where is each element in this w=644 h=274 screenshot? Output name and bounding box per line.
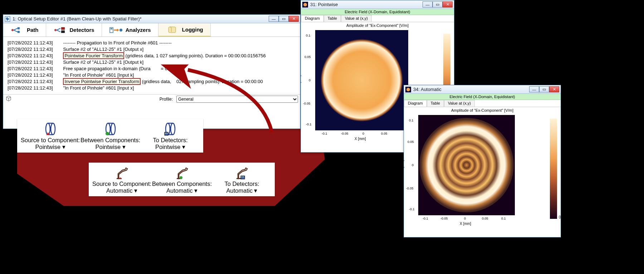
svg-point-42 [406, 88, 410, 91]
x-axis-label: X [mm] [460, 222, 471, 226]
svg-rect-4 [18, 27, 20, 29]
between-components-label: Between Components: [152, 181, 212, 187]
log-line: [07/28/2022 11:12:43] Inverse Pointwise … [8, 78, 296, 85]
svg-point-24 [171, 123, 175, 135]
minimize-button[interactable]: — [269, 16, 279, 22]
viewer34-plot-title: Amplitude of "Ex-Component" [V/m] [404, 107, 561, 114]
field-icon [302, 2, 308, 8]
close-button[interactable]: ✕ [549, 86, 559, 92]
svg-point-40 [321, 39, 403, 121]
svg-point-44 [419, 118, 514, 212]
editor-title: 1: Optical Setup Editor #1 (Beam Clean-U… [13, 16, 269, 21]
source-to-component-icon [21, 121, 80, 137]
viewer31-title: 31: Pointwise [310, 2, 423, 7]
svg-point-19 [111, 123, 115, 135]
svg-rect-12 [111, 28, 112, 29]
svg-point-32 [180, 176, 182, 179]
log-panel: [07/28/2022 11:12:43] -------- Propagati… [3, 37, 300, 94]
log-line: [07/28/2022 11:12:43] "In Front of Pinho… [8, 72, 296, 78]
source-to-component-dropdown[interactable]: Automatic ▾ [92, 187, 151, 194]
svg-line-8 [57, 30, 60, 32]
tab-diagram[interactable]: Diagram [301, 15, 324, 22]
viewer34-title: 34: Automatic [413, 87, 529, 92]
tab-table[interactable]: Table [427, 100, 444, 107]
log-line: [07/28/2022 11:12:43] Pointwise Fourier … [8, 53, 296, 59]
colorbar: 30 15.2 0.383 [543, 115, 557, 235]
tab-table[interactable]: Table [324, 15, 341, 22]
y-axis-label: Y [mm] [404, 160, 404, 171]
minimize-button[interactable]: — [529, 86, 539, 92]
viewer31-subtitle: Electric Field (X-Domain, Equidistant) [301, 9, 454, 15]
view3d-icon[interactable] [5, 96, 12, 102]
between-components-dropdown[interactable]: Pointwise ▾ [80, 144, 140, 150]
svg-point-1 [11, 29, 14, 31]
profile-select[interactable]: General [176, 96, 298, 103]
editor-titlebar[interactable]: 1: Optical Setup Editor #1 (Beam Clean-U… [3, 15, 300, 23]
svg-rect-5 [18, 31, 20, 33]
to-detectors-label: To Detectors: [213, 181, 271, 187]
fourier-mode-panel-pointwise: Source to Component: Pointwise ▾ Between… [17, 119, 203, 153]
tab-detectors[interactable]: Detectors [46, 23, 102, 37]
svg-line-7 [57, 28, 60, 30]
log-line: [07/28/2022 11:12:43] Surface #2 of "ALL… [8, 59, 296, 66]
viewer31-titlebar[interactable]: 31: Pointwise — ▭ ✕ [301, 0, 454, 9]
maximize-button[interactable]: ▭ [279, 16, 289, 22]
editor-icon [5, 16, 10, 22]
to-detectors-dropdown[interactable]: Automatic ▾ [213, 187, 271, 194]
svg-line-3 [14, 30, 18, 32]
x-axis-label: X [mm] [355, 137, 366, 141]
source-to-component-label: Source to Component: [92, 181, 151, 187]
log-line: [07/28/2022 11:12:43] Free space propaga… [8, 66, 296, 72]
svg-rect-36 [243, 177, 244, 177]
tab-diagram[interactable]: Diagram [404, 100, 427, 107]
editor-statusbar: Profile: General [3, 94, 300, 104]
svg-rect-10 [61, 30, 65, 33]
tab-logging[interactable]: Logging [158, 23, 211, 37]
y-axis-label: Y [mm] [301, 75, 301, 86]
viewer34-subtitle: Electric Field (X-Domain, Equidistant) [404, 94, 561, 100]
svg-point-38 [303, 3, 307, 6]
maximize-button[interactable]: ▭ [433, 1, 443, 8]
svg-rect-27 [165, 132, 168, 135]
between-components-label: Between Components: [80, 137, 140, 144]
source-to-component-icon [92, 165, 151, 181]
maximize-button[interactable]: ▭ [539, 86, 549, 92]
svg-rect-28 [165, 133, 166, 134]
optical-setup-editor-window: 1: Optical Setup Editor #1 (Beam Clean-U… [3, 14, 301, 129]
detectors-icon [53, 27, 67, 34]
profile-label: Profile: [160, 97, 173, 102]
minimize-button[interactable]: — [423, 1, 433, 8]
svg-rect-35 [241, 177, 242, 177]
editor-tabs: Path Detectors Analyzers Logging [3, 23, 300, 37]
to-detectors-icon [213, 165, 271, 181]
between-components-dropdown[interactable]: Automatic ▾ [152, 187, 212, 194]
between-components-icon [152, 165, 212, 181]
tab-valueat[interactable]: Value at (x,y) [341, 15, 372, 22]
svg-point-13 [119, 29, 122, 32]
viewer34-plot[interactable]: 0.1 0.05 0 -0.05 -0.1 -0.1 -0.05 0 0.05 … [418, 115, 543, 235]
svg-rect-34 [241, 176, 245, 179]
to-detectors-dropdown[interactable]: Pointwise ▾ [141, 144, 200, 150]
close-button[interactable]: ✕ [443, 1, 453, 8]
tab-path[interactable]: Path [3, 23, 46, 37]
tab-valueat[interactable]: Value at (x,y) [444, 100, 475, 107]
viewer31-plot-title: Amplitude of "Ex-Component" [V/m] [301, 22, 454, 29]
fourier-mode-panel-automatic: Source to Component: Automatic ▾ Between… [89, 163, 275, 196]
to-detectors-icon [141, 121, 200, 137]
field-viewer-34: 34: Automatic — ▭ ✕ Electric Field (X-Do… [404, 85, 561, 237]
field-icon [405, 87, 411, 92]
path-icon [10, 27, 24, 34]
source-to-component-label: Source to Component: [21, 137, 80, 144]
log-line: [07/28/2022 11:12:43] Surface #2 of "ALL… [8, 46, 296, 53]
svg-point-22 [106, 132, 109, 135]
between-components-icon [80, 121, 140, 137]
source-to-component-dropdown[interactable]: Pointwise ▾ [21, 144, 80, 150]
tab-analyzers[interactable]: Analyzers [102, 23, 158, 37]
viewer34-titlebar[interactable]: 34: Automatic — ▭ ✕ [404, 85, 561, 94]
svg-line-2 [14, 28, 18, 30]
close-button[interactable]: ✕ [289, 16, 299, 22]
log-line: [07/28/2022 11:12:43] -------- Propagati… [8, 40, 296, 46]
svg-rect-9 [61, 27, 65, 30]
to-detectors-label: To Detectors: [141, 137, 200, 144]
logging-icon [166, 26, 179, 33]
